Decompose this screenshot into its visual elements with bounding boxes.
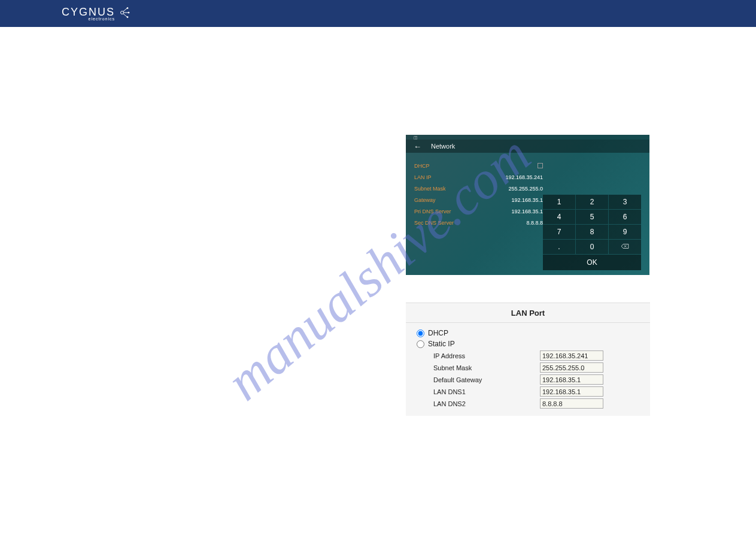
logo-icon: [117, 6, 130, 22]
svg-point-6: [127, 16, 128, 17]
secdns-value: 8.8.8.8: [526, 220, 543, 226]
field-subnet-row: Subnet Mask: [433, 362, 639, 373]
key-4[interactable]: 4: [543, 210, 575, 224]
key-backspace[interactable]: [609, 240, 641, 254]
lan-dns1-label: LAN DNS1: [433, 388, 540, 395]
dhcp-checkbox[interactable]: [538, 163, 543, 168]
key-dot[interactable]: .: [543, 240, 575, 254]
network-settings-panel: ◫ ← Network DHCP LAN IP 192.168.35.241 S…: [406, 135, 649, 275]
lanip-value: 192.168.35.241: [505, 174, 543, 180]
subnet-label: Subnet Mask: [414, 186, 446, 192]
field-dns2-row: LAN DNS2: [433, 398, 639, 409]
key-ok[interactable]: OK: [543, 255, 641, 270]
row-pridns[interactable]: Pri DNS Server 192.168.35.1: [414, 205, 543, 217]
back-arrow-icon[interactable]: ←: [414, 142, 421, 151]
key-1[interactable]: 1: [543, 195, 575, 209]
svg-point-0: [121, 11, 124, 14]
radio-dhcp-label: DHCP: [428, 329, 448, 337]
subnet-mask-label: Subnet Mask: [433, 364, 540, 371]
network-body: DHCP LAN IP 192.168.35.241 Subnet Mask 2…: [406, 153, 649, 228]
network-fields: DHCP LAN IP 192.168.35.241 Subnet Mask 2…: [414, 160, 543, 228]
pridns-label: Pri DNS Server: [414, 208, 451, 214]
key-9[interactable]: 9: [609, 225, 641, 239]
field-ip-row: IP Address: [433, 350, 639, 361]
page-content: manualshive.com ◫ ← Network DHCP LAN IP …: [0, 27, 756, 508]
key-2[interactable]: 2: [576, 195, 608, 209]
subnet-mask-input[interactable]: [540, 362, 603, 373]
radio-static-row[interactable]: Static IP: [417, 340, 639, 348]
lan-port-panel: LAN Port DHCP Static IP IP Address Subne…: [406, 303, 650, 416]
lan-dns1-input[interactable]: [540, 386, 603, 397]
svg-line-1: [123, 8, 127, 11]
pridns-value: 192.168.35.1: [511, 208, 543, 214]
window-icon: ◫: [414, 135, 418, 140]
radio-dhcp-row[interactable]: DHCP: [417, 329, 639, 337]
row-dhcp: DHCP: [414, 160, 543, 171]
logo-text-wrap: CYGNUS electronics: [62, 6, 115, 21]
brand-logo: CYGNUS electronics: [62, 6, 130, 22]
row-secdns[interactable]: Sec DNS Server 8.8.8.8: [414, 217, 543, 228]
radio-static-label: Static IP: [428, 340, 455, 348]
key-5[interactable]: 5: [576, 210, 608, 224]
svg-point-4: [128, 12, 129, 13]
dhcp-label: DHCP: [414, 163, 430, 169]
gateway-value: 192.168.35.1: [511, 197, 543, 203]
network-title-bar: ← Network: [406, 140, 649, 153]
lan-dns2-input[interactable]: [540, 398, 603, 409]
secdns-label: Sec DNS Server: [414, 220, 454, 226]
lan-port-title: LAN Port: [406, 303, 650, 323]
top-bar: CYGNUS electronics: [0, 0, 756, 27]
gateway-label: Gateway: [414, 197, 436, 203]
key-0[interactable]: 0: [576, 240, 608, 254]
default-gateway-input[interactable]: [540, 374, 603, 385]
key-6[interactable]: 6: [609, 210, 641, 224]
key-7[interactable]: 7: [543, 225, 575, 239]
key-3[interactable]: 3: [609, 195, 641, 209]
ip-address-input[interactable]: [540, 350, 603, 361]
lanip-label: LAN IP: [414, 174, 432, 180]
numeric-keypad: 1 2 3 4 5 6 7 8 9 . 0 OK: [543, 195, 641, 270]
key-8[interactable]: 8: [576, 225, 608, 239]
row-lanip[interactable]: LAN IP 192.168.35.241: [414, 171, 543, 183]
ip-address-label: IP Address: [433, 352, 540, 359]
lan-port-body: DHCP Static IP IP Address Subnet Mask De…: [406, 323, 650, 416]
field-dns1-row: LAN DNS1: [433, 386, 639, 397]
row-gateway[interactable]: Gateway 192.168.35.1: [414, 194, 543, 205]
svg-line-5: [123, 14, 127, 17]
radio-dhcp[interactable]: [417, 330, 424, 337]
field-gateway-row: Default Gateway: [433, 374, 639, 385]
svg-point-2: [127, 7, 128, 8]
network-title: Network: [431, 143, 455, 150]
lan-dns2-label: LAN DNS2: [433, 400, 540, 407]
radio-static[interactable]: [417, 340, 424, 348]
logo-text: CYGNUS: [62, 6, 115, 18]
default-gateway-label: Default Gateway: [433, 376, 540, 383]
subnet-value: 255.255.255.0: [508, 186, 543, 192]
row-subnet[interactable]: Subnet Mask 255.255.255.0: [414, 183, 543, 194]
window-caption-bar: ◫: [406, 135, 649, 140]
backspace-icon: [621, 243, 629, 251]
